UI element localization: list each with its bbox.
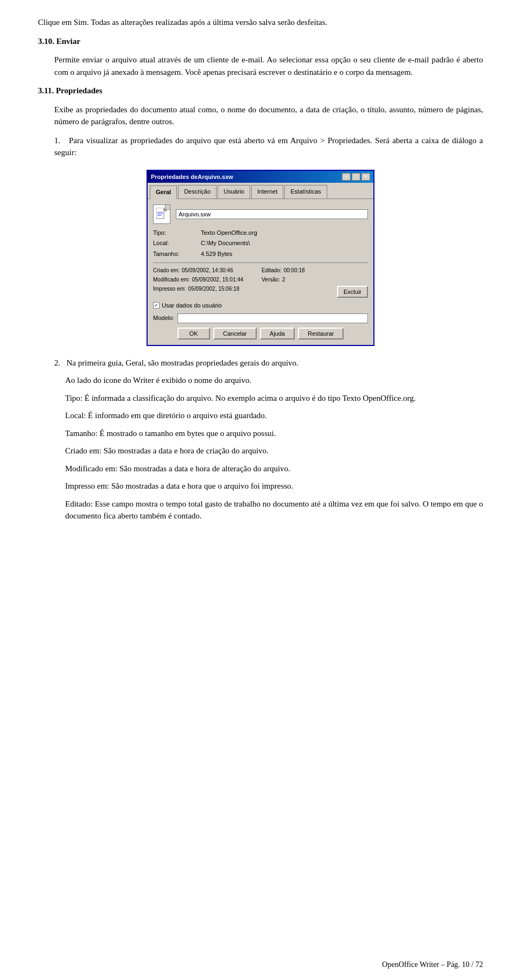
properties-grid: Tipo: Texto OpenOffice.org Local: C:\My …: [153, 228, 368, 259]
local-label: Local:: [153, 239, 196, 248]
minimize-button[interactable]: −: [342, 173, 351, 181]
section-310: 3.10. Enviar: [38, 35, 483, 48]
file-icon: [153, 204, 170, 224]
modificado-value: 05/09/2002, 15:01:44: [192, 276, 244, 284]
svg-rect-4: [157, 215, 161, 216]
section-311-title: Propriedades: [56, 86, 103, 95]
dialog-titlebar-buttons: − □ ×: [342, 173, 370, 181]
svg-rect-0: [156, 208, 164, 219]
numbered-item-1: 1. Para visualizar as propriedades do ar…: [54, 134, 483, 159]
impresso-row: Impresso em: 05/09/2002, 15:06:18: [153, 285, 259, 293]
intro-paragraph: Clique em Sim. Todas as alterações reali…: [38, 16, 483, 29]
section-310-number: 3.10.: [38, 37, 54, 46]
section-311: 3.11. Propriedades: [38, 85, 483, 97]
cancelar-button[interactable]: Cancelar: [213, 328, 257, 340]
filename-field[interactable]: [176, 209, 368, 219]
left-dates: Criado em: 05/09/2002, 14:30:46 Modifica…: [153, 266, 259, 298]
checkbox-row: ✓ Usar dados do usuário: [153, 301, 368, 310]
editado-row: Editado: 00:00:18: [262, 266, 368, 274]
maximize-button[interactable]: □: [352, 173, 360, 181]
dialog-titlebar: Propriedades deArquivo.sxw − □ ×: [148, 171, 373, 183]
checkbox-label: Usar dados do usuário: [162, 301, 222, 310]
dialog-tabs: Geral Descrição Usuário Internet Estatís…: [148, 183, 373, 199]
excluir-button[interactable]: Excluir: [337, 286, 368, 298]
criado-label: Criado em:: [153, 266, 180, 274]
tamanho-label: Tamanho:: [153, 249, 196, 259]
indented-para-3: Tamanho: É mostrado o tamanho em bytes q…: [65, 427, 483, 440]
versao-label: Versão:: [262, 276, 280, 284]
indented-para-5: Modificado em: São mostradas a data e ho…: [65, 463, 483, 475]
ajuda-button[interactable]: Ajuda: [260, 328, 295, 340]
tamanho-value: 4.529 Bytes: [201, 249, 368, 259]
indented-para-1: Tipo: É informada a classificação do arq…: [65, 392, 483, 405]
item2-prefix: 2.: [54, 358, 60, 367]
impresso-value: 05/09/2002, 15:06:18: [188, 285, 240, 293]
file-icon-row: [153, 204, 368, 224]
dialog-buttons: OK Cancelar Ajuda Restaurar: [153, 328, 368, 340]
indented-para-0: Ao lado do ícone do Writer é exibido o n…: [65, 374, 483, 387]
ok-button[interactable]: OK: [177, 328, 210, 340]
versao-value: 2: [282, 276, 285, 284]
svg-rect-3: [157, 214, 163, 214]
dates-section: Criado em: 05/09/2002, 14:30:46 Modifica…: [153, 266, 368, 298]
editado-label: Editado:: [262, 266, 282, 274]
tab-geral[interactable]: Geral: [150, 185, 177, 199]
local-value: C:\My Documents\: [201, 239, 368, 248]
dialog-body: Tipo: Texto OpenOffice.org Local: C:\My …: [148, 199, 373, 345]
tipo-value: Texto OpenOffice.org: [201, 228, 368, 238]
impresso-label: Impresso em:: [153, 285, 186, 293]
tab-estatisticas[interactable]: Estatísticas: [284, 185, 327, 198]
right-dates: Editado: 00:00:18 Versão: 2 Excluir: [262, 266, 368, 298]
modificado-row: Modificado em: 05/09/2002, 15:01:44: [153, 276, 259, 284]
svg-marker-1: [164, 208, 167, 211]
tab-internet[interactable]: Internet: [251, 185, 283, 198]
tipo-label: Tipo:: [153, 228, 196, 238]
close-button[interactable]: ×: [361, 173, 370, 181]
criado-value: 05/09/2002, 14:30:46: [182, 266, 233, 274]
properties-dialog: Propriedades deArquivo.sxw − □ × Geral D…: [147, 170, 374, 346]
modelo-row: Modelo:: [153, 313, 368, 323]
editado-value: 00:00:18: [284, 266, 305, 274]
dialog-title: Propriedades deArquivo.sxw: [151, 172, 233, 182]
section-311-paragraph: Exibe as propriedades do documento atual…: [54, 104, 483, 128]
tab-usuario[interactable]: Usuário: [218, 185, 250, 198]
indented-para-4: Criado em: São mostradas a data e hora d…: [65, 445, 483, 457]
section-311-number: 3.11.: [38, 86, 54, 95]
versao-row: Versão: 2: [262, 276, 368, 284]
restaurar-button[interactable]: Restaurar: [298, 328, 344, 340]
usar-dados-checkbox[interactable]: ✓: [153, 302, 160, 309]
svg-rect-2: [157, 212, 163, 213]
modificado-label: Modificado em:: [153, 276, 190, 284]
item2-text: Na primeira guia, Geral, são mostradas p…: [67, 358, 298, 367]
item1-text: Para visualizar as propriedades do arqui…: [54, 136, 483, 157]
item1-prefix: 1.: [54, 136, 60, 145]
dialog-screenshot: Propriedades deArquivo.sxw − □ × Geral D…: [38, 170, 483, 346]
section-310-title: Enviar: [56, 37, 80, 46]
tab-descricao[interactable]: Descrição: [178, 185, 217, 198]
indented-para-2: Local: É informado em que diretório o ar…: [65, 409, 483, 422]
criado-row: Criado em: 05/09/2002, 14:30:46: [153, 266, 259, 274]
modelo-field[interactable]: [177, 313, 368, 323]
separator: [153, 262, 368, 263]
indented-para-7: Editado: Esse campo mostra o tempo total…: [65, 498, 483, 522]
page-footer: OpenOffice Writer – Pág. 10 / 72: [382, 960, 483, 969]
indented-para-6: Impresso em: São mostradas a data e hora…: [65, 480, 483, 492]
numbered-item-2: 2. Na primeira guia, Geral, são mostrada…: [54, 357, 483, 369]
modelo-label: Modelo:: [153, 313, 174, 323]
section-310-paragraph: Permite enviar o arquivo atual através d…: [54, 54, 483, 78]
